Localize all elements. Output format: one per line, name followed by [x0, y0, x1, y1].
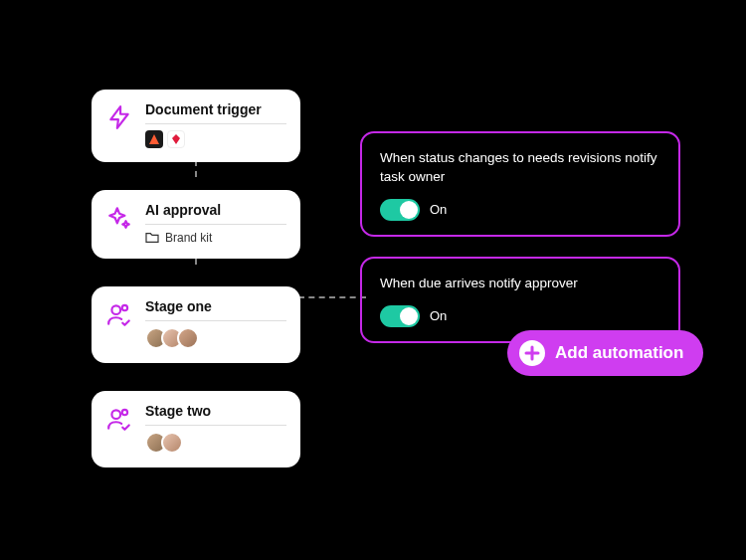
automation-rule-text: When status changes to needs revisions n…: [380, 149, 660, 187]
stage-meta-label: Brand kit: [165, 231, 212, 245]
app-badges: [145, 130, 185, 148]
svg-point-3: [122, 410, 127, 415]
avatar: [161, 432, 183, 454]
stage-title: Stage one: [145, 298, 286, 321]
toggle-knob: [400, 201, 418, 219]
stage-title: Document trigger: [145, 101, 286, 124]
folder-icon: [145, 232, 159, 244]
sparkle-icon: [105, 204, 133, 232]
add-automation-label: Add automation: [555, 343, 683, 363]
stage-title: Stage two: [145, 403, 286, 426]
add-automation-button[interactable]: Add automation: [507, 330, 703, 376]
connector-horizontal: [298, 296, 366, 298]
stage-column: Document trigger AI approval: [92, 90, 300, 495]
avatar-stack: [145, 432, 183, 454]
app-badge-icon: [145, 130, 163, 148]
stage-card-stage-two[interactable]: Stage two: [92, 391, 300, 467]
stage-card-stage-one[interactable]: Stage one: [92, 286, 300, 363]
automation-card[interactable]: When status changes to needs revisions n…: [360, 131, 680, 237]
toggle-label: On: [430, 202, 447, 217]
plus-icon: [519, 340, 545, 366]
svg-point-2: [111, 410, 120, 419]
avatar-stack: [145, 327, 199, 349]
user-check-icon: [105, 405, 133, 433]
stage-title: AI approval: [145, 202, 286, 225]
automation-rule-text: When due arrives notify approver: [380, 275, 660, 293]
lightning-icon: [105, 103, 133, 131]
toggle-switch[interactable]: [380, 199, 420, 221]
toggle-knob: [400, 307, 418, 325]
avatar: [177, 327, 199, 349]
svg-point-0: [111, 305, 120, 314]
toggle-label: On: [430, 308, 447, 323]
stage-card-ai-approval[interactable]: AI approval Brand kit: [92, 190, 300, 259]
user-check-icon: [105, 300, 133, 328]
toggle-switch[interactable]: [380, 305, 420, 327]
app-badge-icon: [167, 130, 185, 148]
stage-card-document-trigger[interactable]: Document trigger: [92, 90, 300, 162]
svg-point-1: [122, 305, 127, 310]
